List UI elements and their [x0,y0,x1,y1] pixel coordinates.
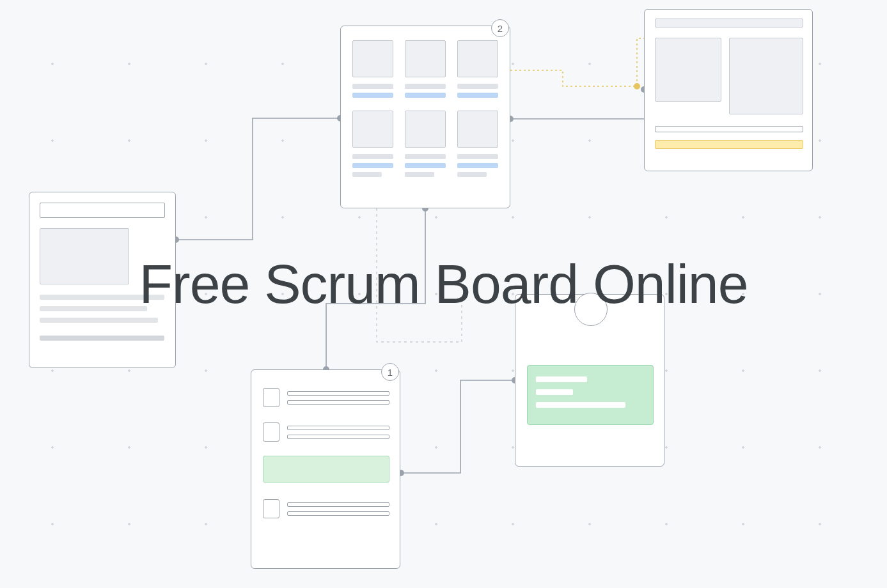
placeholder-text-line [40,295,164,300]
wireframe-panel-layout [644,9,813,171]
connector-grid-to-list-dashed [377,208,462,342]
card-content-line [536,376,587,382]
thumbnail-caption [352,84,393,89]
wireframe-panel-list [251,369,400,569]
placeholder-text-line [40,306,147,311]
thumbnail-caption [405,154,446,159]
thumbnail-caption [352,154,393,159]
wireframe-panel-grid [340,26,510,208]
placeholder-line [655,126,803,132]
placeholder-text-line [40,318,158,323]
thumbnail [405,111,446,148]
badge-grid: 2 [491,19,509,37]
placeholder-line [287,426,389,430]
thumbnail [405,40,446,77]
placeholder-header [40,203,165,218]
wireframe-panel-detail [29,192,176,368]
wireframe-panel-card [515,294,664,467]
thumbnail-caption [457,84,498,89]
connector-grid-to-list [326,208,425,369]
list-item-highlight [263,456,389,483]
placeholder-accent [655,140,803,149]
thumbnail-accent [457,93,498,98]
card-content-line [536,402,625,408]
thumbnail-sub [352,172,382,177]
checkbox-placeholder [263,422,279,442]
placeholder-text-line [40,336,164,341]
card-content-block [527,365,654,425]
connector-node-yellow [634,83,640,89]
placeholder-line [287,502,389,507]
avatar-placeholder [574,293,608,326]
thumbnail [457,111,498,148]
placeholder-line [287,435,389,439]
checkbox-placeholder [263,499,279,518]
list-item [263,421,389,443]
list-item [263,387,389,408]
thumbnail-caption [457,154,498,159]
placeholder-column [729,38,803,114]
thumbnail-sub [405,172,434,177]
list-item [263,498,389,520]
placeholder-line [287,511,389,516]
thumbnail-accent [457,163,498,168]
badge-list: 1 [381,363,399,381]
thumbnail-accent [352,93,393,98]
placeholder-column [655,38,721,102]
connector-list-to-card [401,380,515,473]
placeholder-header [655,19,803,27]
thumbnail-sub [457,172,487,177]
thumbnail-accent [405,163,446,168]
placeholder-line [287,400,389,405]
thumbnail-accent [352,163,393,168]
thumbnail [352,111,393,148]
card-content-line [536,389,573,395]
placeholder-line [287,391,389,396]
thumbnail-caption [405,84,446,89]
thumbnail-accent [405,93,446,98]
thumbnail [352,40,393,77]
thumbnail [457,40,498,77]
placeholder-image [40,228,129,284]
checkbox-placeholder [263,388,279,407]
connector-left-to-grid [176,118,340,240]
